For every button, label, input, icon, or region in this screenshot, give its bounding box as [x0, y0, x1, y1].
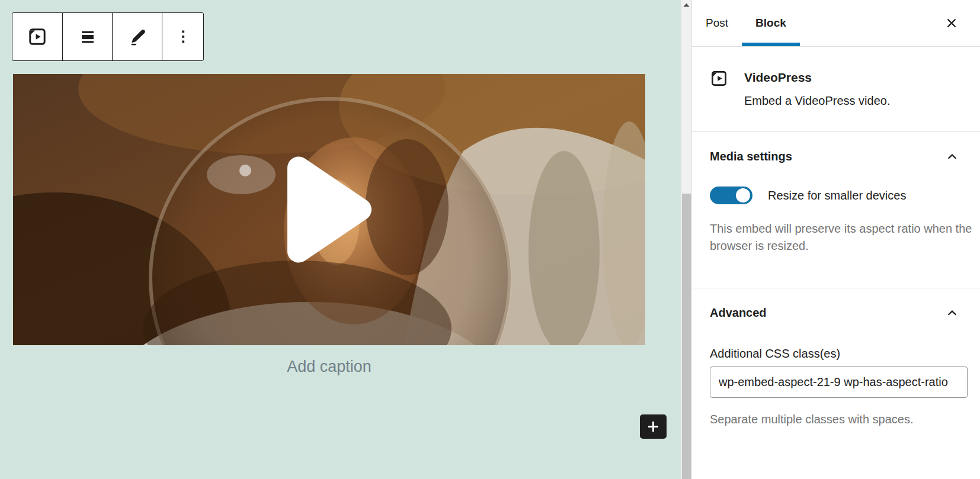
- css-classes-input[interactable]: [710, 367, 968, 398]
- videopress-block-icon: [27, 27, 47, 47]
- resize-toggle-row: Resize for smaller devices: [710, 187, 968, 204]
- block-card-description: Embed a VideoPress video.: [744, 94, 890, 108]
- toolbar-align-button[interactable]: [62, 13, 112, 60]
- align-none-icon: [78, 27, 98, 47]
- toolbar-videopress-button[interactable]: [12, 13, 62, 60]
- block-card-text: VideoPress Embed a VideoPress video.: [744, 68, 890, 108]
- toolbar-options-button[interactable]: [162, 13, 203, 60]
- media-settings-help: This embed will preserve its aspect rati…: [710, 220, 974, 255]
- play-button[interactable]: [283, 153, 376, 267]
- settings-sidebar: Post Block VideoPress Embed a VideoPres: [691, 0, 980, 479]
- block-editor: Add caption Post Block: [0, 0, 980, 479]
- block-inserter-button[interactable]: [640, 414, 667, 439]
- tab-post-label: Post: [706, 17, 728, 30]
- caption-placeholder[interactable]: Add caption: [13, 358, 645, 376]
- tab-block-label: Block: [755, 17, 786, 30]
- scrollbar-thumb[interactable]: [682, 194, 691, 479]
- media-settings-panel-toggle[interactable]: Media settings: [710, 150, 968, 163]
- block-card: VideoPress Embed a VideoPress video.: [692, 47, 980, 132]
- block-toolbar: [12, 12, 204, 61]
- block-card-title: VideoPress: [744, 68, 890, 86]
- resize-toggle[interactable]: [710, 187, 752, 204]
- css-classes-label: Additional CSS class(es): [710, 347, 968, 361]
- edit-icon: [127, 27, 148, 47]
- canvas-scrollbar[interactable]: [681, 0, 691, 479]
- active-tab-indicator: [742, 43, 800, 46]
- scrollbar-up-button[interactable]: [681, 0, 691, 10]
- resize-toggle-label[interactable]: Resize for smaller devices: [768, 189, 906, 202]
- tab-block[interactable]: Block: [742, 0, 800, 46]
- videopress-video-preview[interactable]: [13, 74, 645, 345]
- toggle-knob: [736, 188, 750, 202]
- plus-icon: [645, 419, 661, 435]
- chevron-up-icon: [946, 150, 959, 163]
- close-sidebar-button[interactable]: [943, 14, 960, 32]
- media-settings-title: Media settings: [710, 150, 792, 163]
- media-settings-panel: Media settings Resize for smaller device…: [692, 132, 980, 288]
- videopress-block-icon: [710, 69, 728, 88]
- advanced-panel-toggle[interactable]: Advanced: [710, 306, 968, 320]
- chevron-up-icon: [946, 307, 959, 320]
- toolbar-edit-button[interactable]: [112, 13, 162, 60]
- play-icon: [283, 153, 376, 267]
- options-icon: [173, 27, 193, 47]
- css-classes-help: Separate multiple classes with spaces.: [710, 411, 968, 428]
- sidebar-header: Post Block: [692, 0, 980, 47]
- editor-canvas: Add caption: [0, 0, 691, 479]
- close-icon: [944, 16, 959, 30]
- advanced-panel: Advanced Additional CSS class(es) Separa…: [692, 288, 980, 428]
- tab-post[interactable]: Post: [692, 0, 742, 46]
- advanced-title: Advanced: [710, 306, 767, 320]
- scroll-up-arrow-icon: [683, 3, 690, 7]
